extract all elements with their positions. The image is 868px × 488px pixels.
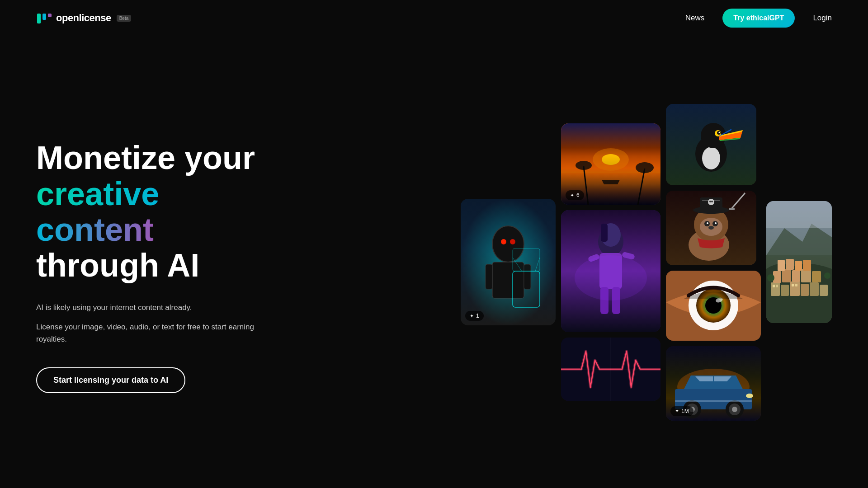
svg-point-48: [708, 199, 714, 205]
svg-rect-94: [778, 260, 785, 271]
grid-col-3: ✦ 1M: [666, 104, 761, 421]
hero-title-line3: through AI: [36, 248, 271, 283]
tile-robot[interactable]: ✦ 1: [461, 199, 556, 325]
hero-left: Monetize your creative content through A…: [36, 131, 271, 393]
svg-rect-85: [773, 285, 775, 287]
svg-rect-76: [675, 400, 752, 402]
hero-subtitle-1: AI is likely using your internet content…: [36, 301, 271, 314]
svg-line-18: [638, 169, 645, 205]
tile-toucan[interactable]: [666, 104, 756, 185]
hero-title-content: content: [36, 211, 154, 248]
svg-point-55: [715, 222, 717, 224]
svg-point-56: [708, 226, 714, 230]
logo-icon: [36, 10, 52, 26]
svg-line-20: [584, 166, 588, 205]
svg-point-21: [576, 161, 592, 170]
tile-sunset-badge: ✦ 6: [566, 190, 584, 200]
svg-rect-100: [766, 201, 832, 228]
svg-rect-86: [776, 285, 778, 287]
svg-rect-91: [792, 270, 800, 282]
svg-point-6: [510, 239, 515, 244]
tile-eye[interactable]: [666, 271, 761, 341]
svg-rect-1: [42, 14, 46, 20]
svg-rect-0: [37, 14, 41, 23]
svg-point-74: [732, 407, 737, 412]
svg-rect-93: [812, 271, 821, 282]
svg-point-50: [711, 201, 713, 202]
svg-rect-81: [790, 282, 800, 296]
hero-subtitle-2: License your image, video, audio, or tex…: [36, 321, 271, 345]
tile-car-badge: ✦ 1M: [670, 406, 693, 416]
svg-point-99: [824, 272, 830, 279]
svg-rect-92: [801, 269, 811, 282]
svg-rect-95: [786, 259, 794, 270]
svg-rect-96: [795, 261, 802, 271]
tile-otter[interactable]: [666, 191, 756, 265]
logo-area[interactable]: openlicenseBeta: [36, 10, 131, 26]
hero-right: ✦ 1: [298, 122, 832, 402]
logo-text: openlicense: [56, 12, 111, 24]
svg-point-54: [707, 222, 708, 224]
svg-point-41: [719, 131, 720, 133]
tile-car[interactable]: ✦ 1M: [666, 346, 761, 421]
tile-heartbeat[interactable]: [561, 338, 660, 401]
svg-rect-25: [601, 224, 608, 242]
navbar: openlicenseBeta News Try ethicalGPT Logi…: [0, 0, 868, 36]
svg-rect-97: [803, 260, 811, 271]
tile-fighter[interactable]: [561, 210, 660, 332]
spark-icon: ✦: [470, 313, 474, 319]
hero-title-creative: creative: [36, 176, 159, 212]
login-button[interactable]: Login: [813, 14, 832, 23]
svg-rect-8: [486, 264, 492, 289]
svg-point-98: [767, 274, 774, 282]
grid-col-4: [766, 201, 832, 323]
svg-rect-80: [781, 285, 789, 296]
grid-col-2: ✦ 6: [561, 123, 660, 401]
grid-col-1: ✦ 1: [461, 199, 556, 325]
svg-rect-82: [801, 284, 809, 296]
tile-sunset[interactable]: ✦ 6: [561, 123, 660, 205]
svg-rect-58: [729, 208, 735, 210]
svg-point-19: [636, 162, 654, 173]
svg-rect-84: [820, 285, 828, 296]
beta-badge: Beta: [117, 15, 132, 22]
main-content: Monetize your creative content through A…: [0, 36, 868, 488]
hero-title-line2: creative content: [36, 176, 271, 248]
svg-point-15: [602, 154, 620, 165]
svg-rect-79: [771, 282, 780, 296]
svg-rect-88: [795, 284, 797, 286]
hero-title: Monetize your creative content through A…: [36, 140, 271, 283]
nav-right: News Try ethicalGPT Login: [685, 9, 832, 28]
hero-title-line1: Monetize your: [36, 140, 271, 176]
svg-point-75: [746, 394, 753, 398]
cta-button[interactable]: Start licensing your data to AI: [36, 367, 185, 393]
svg-point-16: [593, 148, 629, 171]
tile-cliffside[interactable]: [766, 201, 832, 323]
svg-rect-13: [513, 249, 540, 271]
tile-robot-badge: ✦ 1: [465, 311, 484, 321]
svg-rect-2: [48, 14, 52, 17]
svg-rect-83: [810, 282, 819, 296]
svg-point-49: [709, 201, 711, 202]
svg-point-37: [702, 147, 720, 169]
svg-rect-87: [792, 284, 794, 286]
svg-point-5: [501, 239, 506, 244]
try-ethical-gpt-button[interactable]: Try ethicalGPT: [722, 9, 795, 28]
news-link[interactable]: News: [685, 14, 705, 23]
svg-point-31: [575, 255, 647, 300]
